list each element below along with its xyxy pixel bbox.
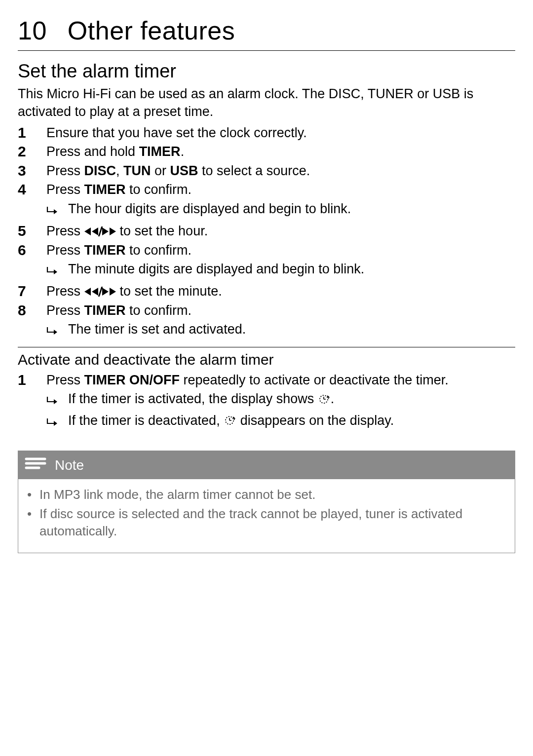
- step-7: 7 Press to set the minute.: [18, 282, 515, 300]
- step-8: 8 Press TIMER to confirm. The timer is s…: [18, 302, 515, 342]
- step-body: Press DISC, TUN or USB to select a sourc…: [46, 162, 515, 180]
- result-arrow-icon: [46, 392, 58, 410]
- rewind-forward-icon: [84, 287, 116, 297]
- step-body: Press to set the minute.: [46, 282, 515, 300]
- step-4: 4 Press TIMER to confirm. The hour digit…: [18, 181, 515, 221]
- step-body: Press TIMER ON/OFF repeatedly to activat…: [46, 371, 515, 433]
- result-arrow-icon: [46, 414, 58, 432]
- result-row: If the timer is deactivated, disappears …: [46, 412, 515, 432]
- chapter-number: 10: [18, 16, 47, 45]
- note-label: Note: [55, 457, 84, 473]
- tun-button-label: TUN: [123, 163, 151, 178]
- result-row: If the timer is activated, the display s…: [46, 390, 515, 410]
- step-body: Press to set the hour.: [46, 222, 515, 240]
- result-text: If the timer is deactivated, disappears …: [68, 412, 515, 429]
- result-row: The timer is set and activated.: [46, 320, 515, 340]
- step-body: Press TIMER to confirm. The timer is set…: [46, 302, 515, 342]
- timer-button-label: TIMER: [84, 303, 126, 318]
- note-item: •If disc source is selected and the trac…: [27, 505, 506, 540]
- step-body: Press TIMER to confirm. The minute digit…: [46, 241, 515, 282]
- timer-button-label: TIMER: [139, 144, 181, 159]
- result-arrow-icon: [46, 202, 58, 220]
- disc-button-label: DISC: [84, 163, 116, 178]
- timer-onoff-button-label: TIMER ON/OFF: [84, 373, 180, 387]
- step-number: 4: [18, 181, 33, 198]
- step-number: 7: [18, 282, 33, 300]
- step-number: 6: [18, 241, 33, 259]
- step-number: 1: [18, 124, 33, 142]
- activate-steps: 1 Press TIMER ON/OFF repeatedly to activ…: [18, 371, 515, 433]
- step-1: 1 Ensure that you have set the clock cor…: [18, 124, 515, 142]
- chapter-heading: 10 Other features: [18, 16, 515, 51]
- step-1: 1 Press TIMER ON/OFF repeatedly to activ…: [18, 371, 515, 433]
- note-body: •In MP3 link mode, the alarm timer canno…: [18, 479, 515, 553]
- bullet-icon: •: [27, 505, 32, 540]
- set-alarm-steps: 1 Ensure that you have set the clock cor…: [18, 124, 515, 342]
- step-body: Press and hold TIMER.: [46, 143, 515, 160]
- step-3: 3 Press DISC, TUN or USB to select a sou…: [18, 162, 515, 180]
- section-set-alarm-intro: This Micro Hi-Fi can be used as an alarm…: [18, 85, 515, 121]
- result-arrow-icon: [46, 263, 58, 280]
- result-row: The hour digits are displayed and begin …: [46, 200, 515, 220]
- usb-button-label: USB: [170, 163, 198, 178]
- bullet-icon: •: [27, 486, 32, 503]
- result-row: The minute digits are displayed and begi…: [46, 260, 515, 280]
- note-icon: [24, 455, 47, 475]
- note-box: Note •In MP3 link mode, the alarm timer …: [18, 451, 515, 553]
- result-text: If the timer is activated, the display s…: [68, 390, 515, 408]
- result-arrow-icon: [46, 323, 58, 340]
- step-body: Press TIMER to confirm. The hour digits …: [46, 181, 515, 221]
- step-number: 1: [18, 371, 33, 389]
- note-item: •In MP3 link mode, the alarm timer canno…: [27, 486, 506, 503]
- step-number: 8: [18, 302, 33, 319]
- chapter-title: Other features: [68, 16, 235, 45]
- step-number: 3: [18, 162, 33, 180]
- alarm-clock-icon: [318, 392, 331, 405]
- timer-button-label: TIMER: [84, 243, 126, 258]
- note-header: Note: [18, 451, 515, 479]
- step-number: 5: [18, 222, 33, 240]
- step-number: 2: [18, 143, 33, 160]
- result-text: The timer is set and activated.: [68, 320, 515, 338]
- section-activate-title: Activate and deactivate the alarm timer: [18, 347, 515, 368]
- rewind-forward-icon: [84, 227, 116, 236]
- step-body: Ensure that you have set the clock corre…: [46, 124, 515, 142]
- timer-button-label: TIMER: [84, 182, 126, 197]
- alarm-clock-icon: [224, 414, 236, 426]
- step-2: 2 Press and hold TIMER.: [18, 143, 515, 160]
- section-set-alarm-title: Set the alarm timer: [18, 61, 515, 82]
- result-text: The minute digits are displayed and begi…: [68, 260, 515, 278]
- step-5: 5 Press to set the hour.: [18, 222, 515, 240]
- result-text: The hour digits are displayed and begin …: [68, 200, 515, 218]
- step-6: 6 Press TIMER to confirm. The minute dig…: [18, 241, 515, 282]
